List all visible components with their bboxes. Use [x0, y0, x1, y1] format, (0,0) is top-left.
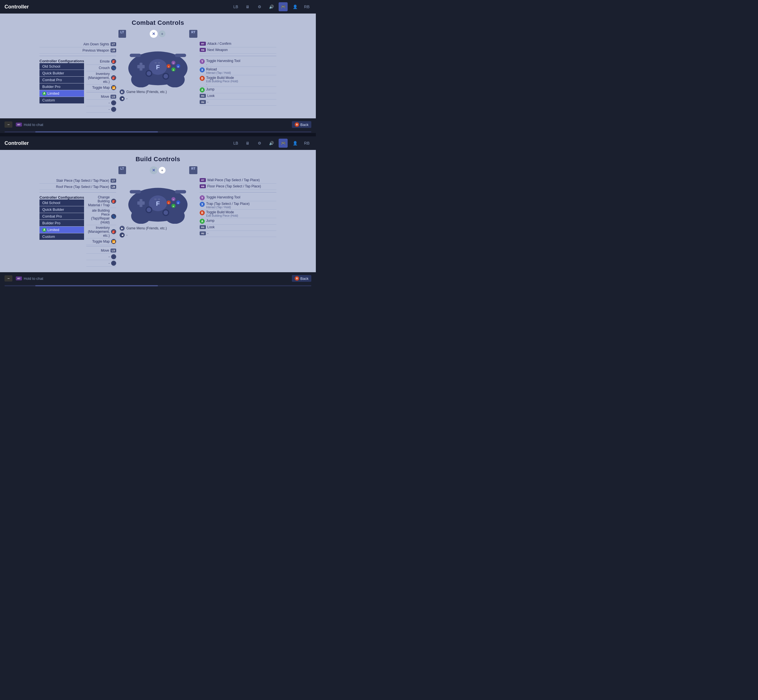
- play-btn-2: ▶: [119, 226, 125, 231]
- look-row: RS Look: [200, 93, 276, 100]
- config-old-school-2[interactable]: Old School: [39, 200, 84, 206]
- nav-rb-1[interactable]: RB: [302, 2, 311, 11]
- nav-monitor-2[interactable]: 🖥: [243, 139, 252, 148]
- rt-badge-r2: RT: [200, 178, 206, 182]
- dash-label-2: -: [108, 107, 110, 111]
- minus-button-2[interactable]: −: [5, 275, 13, 281]
- toggle-harvesting-label: Toggle Harvesting Tool: [206, 59, 240, 63]
- scroll-track-2: [5, 285, 311, 286]
- config-combat-pro-1[interactable]: Combat Pro: [39, 77, 84, 83]
- left-btn-2: ◀: [119, 233, 125, 238]
- wall-piece-row: RT Wall Piece (Tap Select / Tap Place): [200, 178, 276, 184]
- config-old-school-1[interactable]: Old School: [39, 63, 84, 70]
- nav-rb-2[interactable]: RB: [302, 139, 311, 148]
- svg-rect-26: [130, 190, 141, 194]
- back-btn-2[interactable]: B Back: [292, 275, 311, 282]
- a-badge-limited-1: A: [42, 92, 46, 95]
- x-btn-2: X: [200, 202, 205, 207]
- nav-lb-2[interactable]: LB: [231, 139, 240, 148]
- minus-button-1[interactable]: −: [5, 122, 13, 128]
- left-btn-label-2: -: [126, 233, 127, 237]
- jump-label: Jump: [206, 88, 214, 91]
- jump-row: A Jump: [200, 87, 276, 93]
- config-quick-builder-1[interactable]: Quick Builder: [39, 70, 84, 77]
- reload-label: Reload: [206, 67, 231, 71]
- svg-point-20: [164, 74, 168, 79]
- config-limited-2[interactable]: A Limited: [39, 227, 84, 233]
- change-material-icon: 🎒: [111, 198, 116, 204]
- rb-badge-r1: RB: [200, 48, 206, 52]
- inventory-icon: 🎒: [111, 75, 116, 80]
- y-btn-2: Y: [200, 195, 205, 200]
- r2-label-2: -: [207, 231, 208, 235]
- rt-trigger-2: RT: [189, 166, 197, 174]
- trap-label: Trap (Tap Select / Tap Place): [206, 202, 249, 206]
- nav-controller-2[interactable]: 🎮: [279, 139, 288, 148]
- config-limited-1[interactable]: A Limited: [39, 90, 84, 97]
- scroll-thumb-2[interactable]: [35, 285, 158, 286]
- ls-badge-1: LS: [111, 95, 116, 98]
- divider-2: [86, 92, 116, 92]
- lb-badge-2: LB: [111, 185, 116, 189]
- toggle-map-icon: 📶: [111, 85, 116, 90]
- nav-gear-2[interactable]: ⚙: [255, 139, 264, 148]
- nav-sound-2[interactable]: 🔊: [267, 139, 276, 148]
- limited-label-1: Limited: [47, 91, 59, 95]
- back-label-1: Back: [300, 123, 309, 127]
- move-label: Move: [101, 95, 109, 98]
- config-combat-pro-2[interactable]: Combat Pro: [39, 213, 84, 220]
- scroll-thumb-1[interactable]: [35, 131, 158, 133]
- roof-piece-label: Roof Piece (Tap Select / Tap Place): [56, 185, 109, 189]
- bottom-bar-2: − RT Hold to chat B Back: [0, 272, 316, 284]
- floor-piece-label: Floor Piece (Tap Select / Tap Place): [207, 184, 261, 188]
- change-material-label: Change Building Material / Trap: [86, 195, 110, 207]
- nav-profile-2[interactable]: 👤: [290, 139, 299, 148]
- right-controls-2: RT Wall Piece (Tap Select / Tap Place) R…: [197, 166, 276, 237]
- limited-label-2: Limited: [47, 228, 59, 232]
- left-mid-controls-2: Change Building Material / Trap 🎒 ate Bu…: [86, 195, 116, 267]
- toggle-build-label: Toggle Build Mode: [206, 76, 238, 80]
- combat-title: Combat Controls: [7, 19, 309, 27]
- config-builder-pro-2[interactable]: Builder Pro: [39, 220, 84, 226]
- rt-chat-badge-1: RT: [16, 123, 22, 127]
- edit-building-sub: Edit Building Piece (Hold): [206, 80, 238, 83]
- svg-rect-44: [154, 198, 157, 200]
- left-top-bindings-2: Stair Piece (Tap Select / Tap Place) LT …: [39, 178, 116, 190]
- triggers-row-1: LT ✕ + RT: [118, 30, 197, 38]
- config-quick-builder-2[interactable]: Quick Builder: [39, 206, 84, 213]
- config-section-2: Controller Configurations Old School Qui…: [39, 195, 84, 240]
- crouch-row: Crouch 🐾: [86, 65, 116, 71]
- nav-sound-1[interactable]: 🔊: [267, 2, 276, 11]
- nav-gear-1[interactable]: ⚙: [255, 2, 264, 11]
- lt-badge-1: LT: [111, 42, 116, 46]
- right-divider-1: [200, 56, 276, 56]
- config-custom-1[interactable]: Custom: [39, 97, 84, 103]
- config-custom-2[interactable]: Custom: [39, 233, 84, 240]
- scroll-track-1: [5, 131, 311, 133]
- toggle-harvesting-label-2: Toggle Harvesting Tool: [206, 195, 240, 199]
- dash-icon-3: ⏱: [111, 254, 116, 259]
- lt-trigger-1: LT: [118, 30, 126, 38]
- right-controls-1: RT Attack / Confirm RB Next Weapon Y: [197, 30, 276, 106]
- config-builder-pro-1[interactable]: Builder Pro: [39, 83, 84, 90]
- r2-row-2: R2 -: [200, 231, 276, 237]
- config-title-1: Controller Configurations: [39, 58, 84, 63]
- nav-monitor-1[interactable]: 🖥: [243, 2, 252, 11]
- toggle-build-row: B Toggle Build Mode Edit Building Piece …: [200, 75, 276, 87]
- left-btn-row-2: ◀ -: [118, 232, 197, 238]
- right-mid-bindings-1: Y Toggle Harvesting Tool - X Reload Inte…: [200, 58, 276, 106]
- dash-row-3: - ⏱: [86, 254, 116, 260]
- roof-piece-row: Roof Piece (Tap Select / Tap Place) LB: [39, 184, 116, 190]
- crouch-icon: 🐾: [111, 66, 116, 70]
- nav-profile-1[interactable]: 👤: [290, 2, 299, 11]
- left-btn-1: ◀: [119, 96, 125, 101]
- move-row: Move LS: [86, 94, 116, 100]
- left-controls-2: Stair Piece (Tap Select / Tap Place) LT …: [39, 166, 118, 267]
- nav-controller-1[interactable]: 🎮: [279, 2, 288, 11]
- divider-3: [39, 192, 116, 192]
- toggle-build-sub2: -: [206, 83, 238, 86]
- back-btn-1[interactable]: B Back: [292, 121, 311, 128]
- hold-chat-2: RT Hold to chat: [16, 277, 43, 281]
- nav-lb-1[interactable]: LB: [231, 2, 240, 11]
- svg-rect-45: [158, 198, 160, 200]
